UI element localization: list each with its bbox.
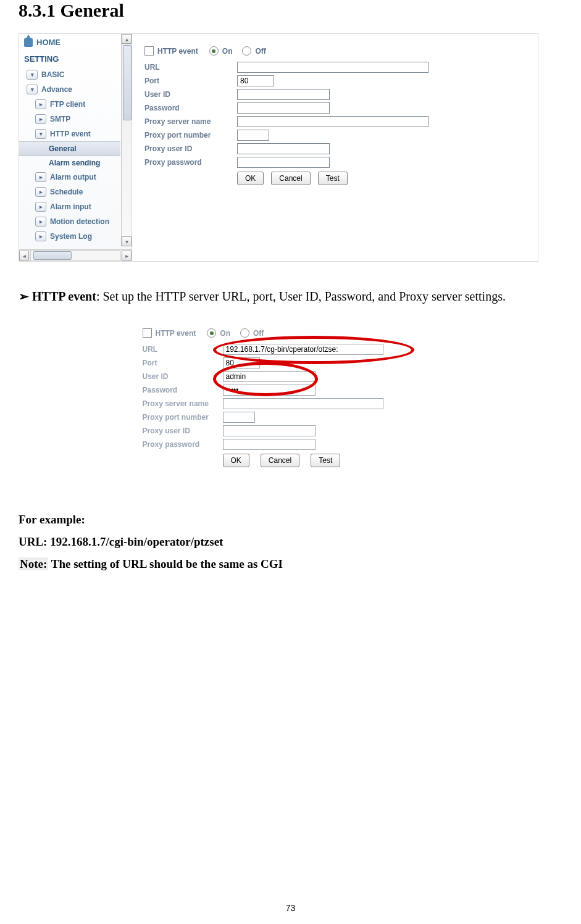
sidebar-item-schedule[interactable]: ▸ Schedule xyxy=(19,185,132,199)
sidebar-item-smtp[interactable]: ▸ SMTP xyxy=(19,112,132,127)
input-password[interactable] xyxy=(223,385,316,396)
sidebar-setting-heading: SETTING xyxy=(19,53,132,67)
sidebar-item-label: Alarm output xyxy=(50,173,96,181)
note-text: The setting of URL should be the same as… xyxy=(48,557,283,570)
sidebar-item-alarm-input[interactable]: ▸ Alarm input xyxy=(19,199,132,214)
sidebar-item-basic[interactable]: ▾ BASIC xyxy=(19,67,132,82)
sidebar-item-label: Motion detection xyxy=(50,217,109,226)
scroll-thumb[interactable] xyxy=(33,251,72,260)
home-icon xyxy=(24,38,33,47)
scroll-thumb[interactable] xyxy=(123,45,132,120)
http-event-form: HTTP event On Off URL Port User ID Passw… xyxy=(132,34,538,261)
bullet-icon: ➢ xyxy=(19,289,29,303)
sidebar-vertical-scrollbar[interactable]: ▴ ▾ xyxy=(121,34,132,246)
http-event-radio-on[interactable] xyxy=(207,328,216,338)
label-proxy-password: Proxy password xyxy=(144,158,237,167)
sidebar-item-motion-detection[interactable]: ▸ Motion detection xyxy=(19,214,132,229)
sidebar-item-label: Schedule xyxy=(50,188,83,196)
input-password[interactable] xyxy=(237,102,330,114)
radio-on-label: On xyxy=(220,329,230,338)
label-url: URL xyxy=(143,345,223,354)
sidebar-item-ftp-client[interactable]: ▸ FTP client xyxy=(19,97,132,112)
input-user-id[interactable] xyxy=(223,371,316,382)
scroll-right-icon[interactable]: ▸ xyxy=(122,251,132,260)
chevron-right-icon: ▸ xyxy=(35,187,46,197)
input-proxy-port[interactable] xyxy=(223,412,255,423)
sidebar-item-system-log[interactable]: ▸ System Log xyxy=(19,229,132,244)
example-heading: For example: xyxy=(19,513,562,527)
label-proxy-port: Proxy port number xyxy=(144,131,237,139)
label-proxy-port: Proxy port number xyxy=(143,413,223,422)
chevron-right-icon: ▸ xyxy=(35,172,46,182)
example-note: Note: The setting of URL should be the s… xyxy=(19,557,562,571)
input-proxy-user[interactable] xyxy=(223,425,316,436)
scroll-down-icon[interactable]: ▾ xyxy=(122,236,132,246)
chevron-right-icon: ▸ xyxy=(35,99,46,109)
label-user-id: User ID xyxy=(144,90,237,99)
input-user-id[interactable] xyxy=(237,89,330,100)
chevron-right-icon: ▸ xyxy=(35,231,46,241)
http-event-radio-off[interactable] xyxy=(242,46,251,56)
scroll-track[interactable] xyxy=(30,250,120,261)
input-proxy-password[interactable] xyxy=(237,157,330,168)
sidebar-item-general[interactable]: General xyxy=(19,141,120,156)
sidebar-item-label: System Log xyxy=(50,232,92,241)
label-proxy-server: Proxy server name xyxy=(143,399,223,408)
input-port[interactable] xyxy=(237,75,274,86)
note-label: Note: xyxy=(19,557,48,570)
input-proxy-server[interactable] xyxy=(223,398,383,409)
http-event-term: HTTP event xyxy=(32,289,96,303)
input-proxy-port[interactable] xyxy=(237,130,269,141)
label-port: Port xyxy=(143,359,223,367)
section-heading: 8.3.1 General xyxy=(19,0,562,21)
label-proxy-user: Proxy user ID xyxy=(144,144,237,153)
sidebar-home[interactable]: HOME xyxy=(19,34,132,53)
chevron-right-icon: ▸ xyxy=(35,114,46,124)
input-url[interactable] xyxy=(237,62,428,73)
input-proxy-user[interactable] xyxy=(237,143,330,154)
radio-on-label: On xyxy=(222,47,233,56)
http-event-desc-text: : Set up the HTTP server URL, port, User… xyxy=(96,289,506,303)
screenshot-1: HOME SETTING ▾ BASIC ▾ Advance ▸ FTP cli… xyxy=(19,33,538,262)
chevron-down-icon: ▾ xyxy=(35,129,46,139)
input-proxy-server[interactable] xyxy=(237,116,428,127)
cancel-button[interactable]: Cancel xyxy=(261,454,299,467)
http-event-toggle-row-2: HTTP event On Off xyxy=(143,328,439,338)
http-event-title: HTTP event xyxy=(156,329,196,338)
http-event-checkbox[interactable] xyxy=(144,46,154,56)
http-event-radio-off[interactable] xyxy=(240,328,249,338)
chevron-down-icon: ▾ xyxy=(27,85,38,94)
input-proxy-password[interactable] xyxy=(223,439,316,450)
test-button[interactable]: Test xyxy=(311,454,340,467)
radio-off-label: Off xyxy=(255,47,265,56)
http-event-description: ➢ HTTP event: Set up the HTTP server URL… xyxy=(19,284,562,309)
sidebar-item-label: Alarm sending xyxy=(49,159,100,167)
label-url: URL xyxy=(144,63,237,72)
test-button[interactable]: Test xyxy=(318,172,348,185)
sidebar-item-label: SMTP xyxy=(50,115,70,123)
http-event-radio-on[interactable] xyxy=(209,46,219,56)
input-url[interactable] xyxy=(223,344,383,355)
sidebar-item-label: Advance xyxy=(41,85,72,94)
ok-button[interactable]: OK xyxy=(237,172,264,185)
sidebar-item-label: BASIC xyxy=(41,70,64,79)
sidebar-item-advance[interactable]: ▾ Advance xyxy=(19,82,132,97)
label-password: Password xyxy=(144,104,237,112)
sidebar-item-alarm-sending[interactable]: Alarm sending xyxy=(19,156,132,170)
scroll-left-icon[interactable]: ◂ xyxy=(19,251,29,260)
sidebar-item-label: General xyxy=(49,144,77,153)
chevron-down-icon: ▾ xyxy=(27,70,38,80)
example-block: For example: URL: 192.168.1.7/cgi-bin/op… xyxy=(19,513,562,571)
label-password: Password xyxy=(143,386,223,394)
sidebar-item-http-event[interactable]: ▾ HTTP event xyxy=(19,127,132,141)
sidebar-item-alarm-output[interactable]: ▸ Alarm output xyxy=(19,170,132,185)
example-url: URL: 192.168.1.7/cgi-bin/operator/ptzset xyxy=(19,535,562,549)
sidebar-horizontal-scrollbar[interactable]: ◂ ▸ xyxy=(19,249,132,261)
label-port: Port xyxy=(144,77,237,85)
cancel-button[interactable]: Cancel xyxy=(271,172,310,185)
ok-button[interactable]: OK xyxy=(223,454,249,467)
http-event-checkbox[interactable] xyxy=(143,328,152,338)
scroll-up-icon[interactable]: ▴ xyxy=(122,34,132,44)
page-number: 73 xyxy=(0,903,581,913)
input-port[interactable] xyxy=(223,357,260,368)
